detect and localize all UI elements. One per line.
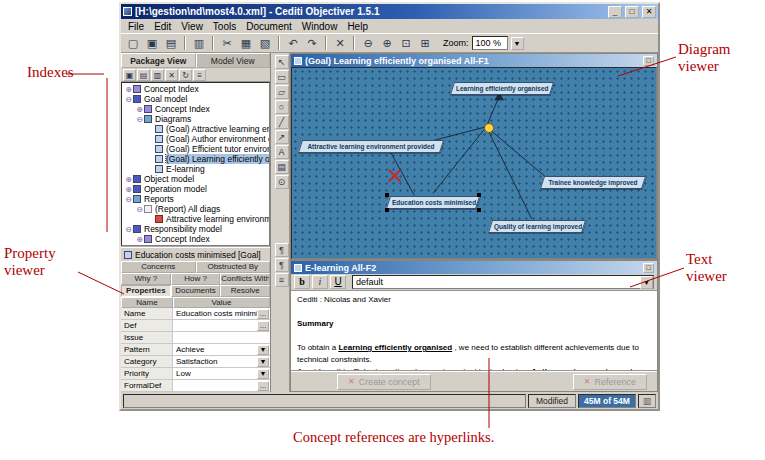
property-value-cell[interactable]: … bbox=[173, 380, 270, 391]
property-value-cell[interactable]: Achieve▼ bbox=[173, 344, 270, 355]
property-value-cell[interactable]: Low▼ bbox=[173, 368, 270, 379]
diagram-canvas[interactable]: Learning efficiently organisedAttractive… bbox=[291, 67, 657, 259]
new-icon[interactable]: ▢ bbox=[124, 35, 142, 51]
tree-item[interactable]: ⊕Concept Index bbox=[122, 234, 269, 244]
marquee-tool-icon[interactable]: ▭ bbox=[275, 70, 289, 84]
expand-handle-icon[interactable]: ⊕ bbox=[135, 105, 144, 114]
tree-item[interactable]: ⊖Goal model bbox=[122, 94, 269, 104]
property-value-cell[interactable]: Education costs minimised… bbox=[173, 308, 270, 319]
refresh-icon[interactable]: ↻ bbox=[179, 69, 192, 81]
property-value-cell[interactable]: Satisfaction▼ bbox=[173, 356, 270, 367]
paragraph-mark-icon[interactable]: ¶ bbox=[275, 258, 289, 272]
minimize-button[interactable]: _ bbox=[608, 6, 622, 18]
tree-item[interactable]: ⊖Reports bbox=[122, 194, 269, 204]
zoom-tool-icon[interactable]: ⊙ bbox=[275, 175, 289, 189]
tree-item[interactable]: ⊖(Report) All diags bbox=[122, 204, 269, 214]
ellipsis-button[interactable]: … bbox=[257, 309, 269, 319]
tree-item[interactable]: (Goal) Author environment easy to u bbox=[122, 134, 269, 144]
open-icon[interactable]: ▣ bbox=[143, 35, 161, 51]
redo-icon[interactable]: ↷ bbox=[303, 35, 321, 51]
grid-icon[interactable]: ⊞ bbox=[416, 35, 434, 51]
menu-file[interactable]: File bbox=[123, 21, 149, 32]
ellipsis-button[interactable]: … bbox=[257, 381, 269, 391]
concept-hyperlink[interactable]: Learning efficiently organised bbox=[338, 343, 452, 352]
zoom-value-combobox[interactable]: 100 % bbox=[472, 36, 508, 50]
selection-handle[interactable] bbox=[477, 193, 481, 197]
tree-item[interactable]: (Goal) Efficient tutor environment bbox=[122, 144, 269, 154]
tree-item[interactable]: ⊕Concept Index bbox=[122, 84, 269, 94]
collapse-handle-icon[interactable]: ⊖ bbox=[135, 115, 144, 124]
collapse-handle-icon[interactable]: ⊖ bbox=[124, 225, 133, 234]
goal-node-learning-efficiently-organised[interactable]: Learning efficiently organised bbox=[450, 82, 554, 95]
tree-item[interactable]: (Goal) Learning efficiently organised bbox=[122, 154, 269, 164]
delete-item-icon[interactable]: ✕ bbox=[165, 69, 178, 81]
menu-document[interactable]: Document bbox=[241, 21, 297, 32]
tree-item[interactable]: E-learning bbox=[122, 164, 269, 174]
bold-button[interactable]: b bbox=[294, 275, 310, 289]
property-value-cell[interactable] bbox=[173, 332, 270, 343]
cut-icon[interactable]: ✂ bbox=[218, 35, 236, 51]
text-maximize-button[interactable]: □ bbox=[643, 263, 654, 273]
menu-view[interactable]: View bbox=[176, 21, 208, 32]
goal-node-trainee-knowledge-improved[interactable]: Trainee knowledge improved bbox=[540, 176, 646, 189]
property-tab-obstructed-by[interactable]: Obstructed By bbox=[196, 261, 271, 273]
menu-edit[interactable]: Edit bbox=[149, 21, 176, 32]
add-model-icon[interactable]: ▤ bbox=[137, 69, 150, 81]
zoom-dropdown-arrow-icon[interactable]: ▼ bbox=[511, 37, 524, 50]
expand-handle-icon[interactable]: ⊕ bbox=[124, 185, 133, 194]
property-tab-why[interactable]: Why ? bbox=[121, 273, 171, 285]
trash-icon[interactable]: ▥ bbox=[638, 394, 656, 408]
goal-node-quality-of-learning-improved[interactable]: Quality of learning improved bbox=[488, 220, 586, 233]
property-tab-concerns[interactable]: Concerns bbox=[121, 261, 196, 273]
collapse-handle-icon[interactable]: ⊖ bbox=[124, 195, 133, 204]
property-tab-how[interactable]: How ? bbox=[171, 273, 221, 285]
list-icon[interactable]: ≡ bbox=[275, 273, 289, 287]
selection-handle[interactable] bbox=[385, 193, 389, 197]
tree-item[interactable]: ⊕Object model bbox=[122, 174, 269, 184]
menu-help[interactable]: Help bbox=[342, 21, 373, 32]
selection-handle[interactable] bbox=[385, 208, 389, 212]
delete-icon[interactable]: ✕ bbox=[331, 35, 349, 51]
ellipsis-button[interactable]: … bbox=[257, 321, 269, 331]
paste-icon[interactable]: ▧ bbox=[256, 35, 274, 51]
text-frame-titlebar[interactable]: E-learning All-F2 □ bbox=[291, 261, 657, 274]
titlebar[interactable]: [H:\gestion\nd\most4.0.xml] - Cediti Obj… bbox=[121, 4, 658, 19]
property-tab-resolve[interactable]: Resolve bbox=[220, 285, 270, 297]
style-combobox[interactable]: default ▼ bbox=[352, 275, 654, 289]
expand-handle-icon[interactable]: ⊕ bbox=[135, 235, 144, 244]
menu-tools[interactable]: Tools bbox=[208, 21, 241, 32]
expand-handle-icon[interactable]: ⊕ bbox=[124, 175, 133, 184]
underline-button[interactable]: U bbox=[330, 275, 346, 289]
text-tool-icon[interactable]: A bbox=[275, 145, 289, 159]
dropdown-arrow-icon[interactable]: ▼ bbox=[257, 345, 269, 355]
create-concept-button[interactable]: ✕ Create concept bbox=[337, 374, 431, 390]
tree-item[interactable]: Attractive learning environment provided bbox=[122, 214, 269, 224]
add-package-icon[interactable]: ▣ bbox=[123, 69, 136, 81]
selection-handle[interactable] bbox=[477, 208, 481, 212]
and-refinement-junction[interactable] bbox=[484, 123, 494, 133]
tree-item[interactable]: ⊕Concept Index bbox=[122, 104, 269, 114]
property-tab-conflicts-with[interactable]: Conflicts With bbox=[220, 273, 270, 285]
note-tool-icon[interactable]: ▤ bbox=[275, 160, 289, 174]
zoom-in-icon[interactable]: ⊕ bbox=[378, 35, 396, 51]
goal-node-education-costs-minimised[interactable]: Education costs minimised bbox=[386, 196, 480, 209]
properties-icon[interactable]: ≡ bbox=[193, 69, 206, 81]
copy-icon[interactable]: ▦ bbox=[237, 35, 255, 51]
menu-window[interactable]: Window bbox=[297, 21, 343, 32]
print-icon[interactable]: ▥ bbox=[190, 35, 208, 51]
zoom-out-icon[interactable]: ⊖ bbox=[359, 35, 377, 51]
memory-usage-bar[interactable]: 45M of 54M bbox=[578, 394, 636, 408]
dropdown-arrow-icon[interactable]: ▼ bbox=[257, 369, 269, 379]
paragraph-icon[interactable]: ¶ bbox=[275, 243, 289, 257]
style-dropdown-arrow-icon[interactable]: ▼ bbox=[640, 276, 653, 289]
expand-handle-icon[interactable]: ⊕ bbox=[124, 85, 133, 94]
property-value-cell[interactable]: … bbox=[173, 320, 270, 331]
maximize-button[interactable]: □ bbox=[625, 6, 639, 18]
close-button[interactable]: ✕ bbox=[642, 6, 656, 18]
italic-button[interactable]: i bbox=[312, 275, 328, 289]
collapse-handle-icon[interactable]: ⊖ bbox=[124, 95, 133, 104]
select-tool-icon[interactable]: ↖ bbox=[275, 55, 289, 69]
tree-item[interactable]: (Goal) Attractive learning environme bbox=[122, 124, 269, 134]
link-tool-icon[interactable]: ╱ bbox=[275, 115, 289, 129]
add-diagram-icon[interactable]: ▥ bbox=[151, 69, 164, 81]
